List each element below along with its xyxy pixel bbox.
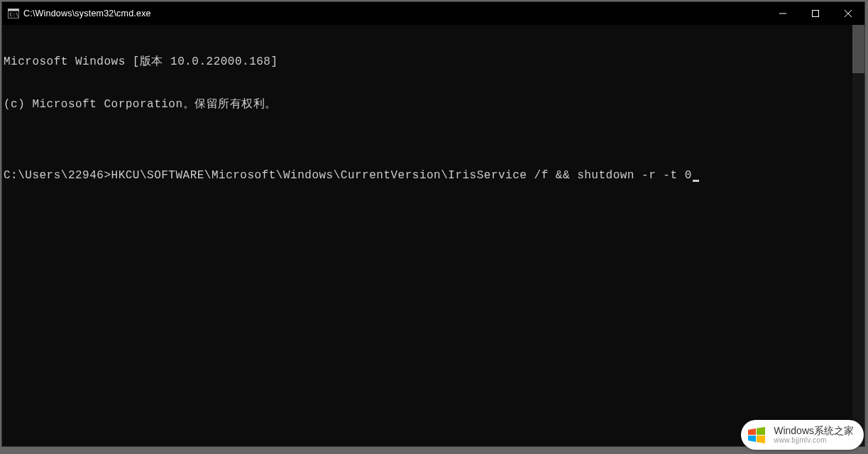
watermark-text: Windows系统之家 www.bjjmlv.com [774,426,854,444]
watermark: Windows系统之家 www.bjjmlv.com [741,420,864,450]
watermark-brand: Windows系统之家 [774,426,854,436]
prompt-line: C:\Users\22946>HKCU\SOFTWARE\Microsoft\W… [4,168,864,183]
scrollbar-track[interactable] [852,25,864,446]
watermark-url: www.bjjmlv.com [774,436,854,444]
terminal-output: Microsoft Windows [版本 10.0.22000.168] (c… [2,25,864,211]
cmd-window: C:\ C:\Windows\system32\cmd.exe Microsof… [1,1,865,447]
cmd-icon: C:\ [8,8,19,19]
window-controls [767,2,864,25]
prompt: C:\Users\22946> [4,169,111,182]
svg-rect-4 [813,11,819,17]
output-line: (c) Microsoft Corporation。保留所有权利。 [4,97,864,112]
svg-text:C:\: C:\ [10,12,19,18]
window-title: C:\Windows\system32\cmd.exe [23,9,767,18]
windows-logo-icon [745,423,768,446]
close-button[interactable] [832,2,864,25]
minimize-button[interactable] [767,2,799,25]
cursor [693,180,699,182]
titlebar[interactable]: C:\ C:\Windows\system32\cmd.exe [2,2,864,25]
terminal-area[interactable]: Microsoft Windows [版本 10.0.22000.168] (c… [2,25,864,446]
svg-rect-1 [9,9,19,11]
output-line: Microsoft Windows [版本 10.0.22000.168] [4,55,864,69]
command-input[interactable]: HKCU\SOFTWARE\Microsoft\Windows\CurrentV… [111,169,692,182]
scrollbar-thumb[interactable] [852,25,864,73]
maximize-button[interactable] [799,2,832,25]
